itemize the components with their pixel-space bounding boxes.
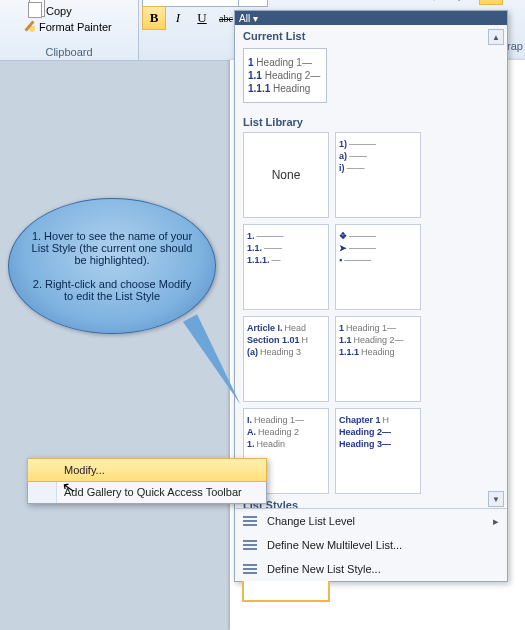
copy-icon bbox=[28, 2, 42, 20]
all-filter-bar[interactable]: All ▾ bbox=[235, 11, 507, 25]
define-list-style-item[interactable]: Define New List Style... bbox=[235, 557, 507, 581]
svg-text:3: 3 bbox=[458, 0, 461, 1]
instruction-callout: 1. Hover to see the name of your List St… bbox=[8, 198, 216, 334]
brush-icon bbox=[28, 20, 35, 34]
library-tile[interactable]: 1) ——— a) —— i) —— bbox=[335, 132, 421, 218]
italic-button[interactable]: I bbox=[166, 6, 190, 30]
clipboard-group-label: Clipboard bbox=[0, 46, 138, 60]
library-tile[interactable]: Article I. HeadSection 1.01 H(a) Heading… bbox=[243, 316, 329, 402]
library-tile[interactable]: Chapter 1 HHeading 2— Heading 3— bbox=[335, 408, 421, 494]
multilevel-list-gallery: All ▾ ▲ Current List 1 Heading 1— 1.1 He… bbox=[234, 10, 508, 582]
copy-button[interactable]: Copy bbox=[28, 2, 72, 20]
context-menu: Modify... Add Gallery to Quick Access To… bbox=[27, 458, 267, 504]
bullets-button[interactable] bbox=[427, 0, 451, 5]
define-multilevel-item[interactable]: Define New Multilevel List... bbox=[235, 533, 507, 557]
modify-item[interactable]: Modify... bbox=[27, 458, 267, 482]
scroll-down-button[interactable]: ▼ bbox=[488, 491, 504, 507]
copy-label: Copy bbox=[46, 5, 72, 17]
numbering-button[interactable]: 123 bbox=[453, 0, 477, 5]
current-list-header: Current List bbox=[235, 25, 507, 46]
scroll-up-button[interactable]: ▲ bbox=[488, 29, 504, 45]
library-tile[interactable]: None bbox=[243, 132, 329, 218]
library-tile[interactable]: 1. ——— 1.1. —— 1.1.1. — bbox=[243, 224, 329, 310]
change-list-level-item[interactable]: Change List Level bbox=[235, 509, 507, 533]
current-list-tile[interactable]: 1 Heading 1— 1.1 Heading 2— 1.1.1 Headin… bbox=[243, 48, 327, 103]
library-tile[interactable]: ❖ ——— ➤ ——— ▪ ——— bbox=[335, 224, 421, 310]
format-painter-label: Format Painter bbox=[39, 21, 112, 33]
gallery-bottom-menu: Change List Level Define New Multilevel … bbox=[235, 508, 507, 581]
list-library-header: List Library bbox=[235, 111, 507, 132]
bold-button[interactable]: B bbox=[142, 6, 166, 30]
multilevel-list-button[interactable] bbox=[479, 0, 503, 5]
clipboard-group: Copy Format Painter Clipboard bbox=[0, 0, 139, 60]
list-library-grid: None1) ——— a) —— i) ——1. ——— 1.1. —— 1.1… bbox=[235, 132, 507, 494]
add-to-qat-item[interactable]: Add Gallery to Quick Access Toolbar bbox=[28, 481, 266, 503]
library-tile[interactable]: 1 Heading 1— 1.1 Heading 2— 1.1.1 Headin… bbox=[335, 316, 421, 402]
underline-button[interactable]: U bbox=[190, 6, 214, 30]
format-painter-button[interactable]: Format Painter bbox=[28, 20, 112, 34]
